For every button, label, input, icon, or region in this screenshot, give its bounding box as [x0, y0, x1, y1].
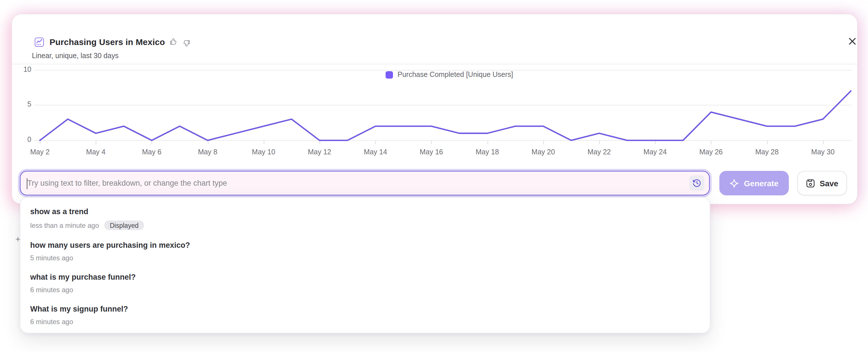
chart-subtitle: Linear, unique, last 30 days [32, 52, 119, 60]
displayed-badge: Displayed [104, 220, 144, 230]
history-item[interactable]: What is my signup funnel? 6 minutes ago [21, 299, 710, 331]
history-item[interactable]: what is my purchase funnel? 6 minutes ag… [21, 268, 710, 299]
history-item-time: 6 minutes ago [30, 286, 73, 294]
history-clock-icon [692, 178, 702, 188]
text-caret [27, 178, 27, 189]
ai-prompt-inputbox [20, 171, 710, 195]
history-item-query: show as a trend [30, 207, 700, 216]
history-button[interactable] [689, 175, 705, 191]
history-item-query: what is my purchase funnel? [30, 273, 700, 281]
close-icon[interactable] [848, 37, 857, 46]
chart-legend: Purchase Completed [Unique Users] [385, 71, 513, 78]
line-chart-icon [35, 38, 44, 47]
legend-label: Purchase Completed [Unique Users] [398, 71, 513, 78]
history-item[interactable]: show as a trend less than a minute ago D… [21, 202, 710, 236]
generate-button[interactable]: Generate [719, 171, 789, 195]
save-button-label: Save [819, 179, 838, 188]
save-icon [806, 179, 815, 188]
sparkle-icon [730, 179, 739, 188]
header-divider [12, 64, 857, 64]
page-title: Purchasing Users in Mexico [50, 37, 165, 47]
legend-swatch [385, 71, 393, 78]
history-item-time: less than a minute ago [30, 221, 99, 229]
history-item-time: 6 minutes ago [30, 318, 73, 326]
plus-icon: + [16, 234, 21, 244]
generate-button-label: Generate [744, 179, 778, 188]
history-item-query: how many users are purchasing in mexico? [30, 241, 700, 250]
history-item[interactable]: how many users are purchasing in mexico?… [21, 236, 710, 268]
thumbs-up-icon[interactable] [170, 38, 178, 45]
save-button[interactable]: Save [797, 171, 847, 195]
thumbs-down-icon[interactable] [182, 39, 190, 47]
prompt-history-dropdown: show as a trend less than a minute ago D… [20, 197, 710, 333]
history-item-query: What is my signup funnel? [30, 305, 700, 313]
ai-prompt-input[interactable] [21, 171, 689, 195]
history-item-time: 5 minutes ago [30, 254, 73, 262]
page: Purchasing Users in Mexico Linear, uniqu… [0, 0, 868, 352]
